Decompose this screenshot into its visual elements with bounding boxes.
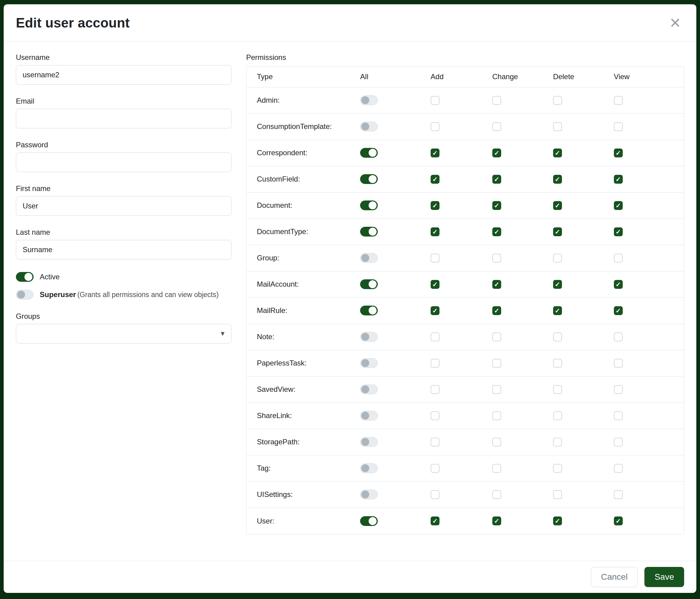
permission-change-checkbox[interactable] [492, 254, 501, 263]
permission-all-toggle[interactable] [360, 489, 378, 499]
permission-add-checkbox[interactable] [431, 490, 440, 499]
permission-delete-checkbox[interactable] [553, 359, 562, 368]
permission-add-checkbox[interactable] [431, 96, 440, 105]
permission-view-checkbox[interactable] [614, 96, 623, 105]
permission-all-toggle[interactable] [360, 358, 378, 368]
permission-view-checkbox[interactable]: ✓ [614, 517, 623, 525]
permission-all-toggle[interactable] [360, 174, 378, 184]
permission-delete-checkbox[interactable] [553, 333, 562, 341]
permission-all-toggle[interactable] [360, 437, 378, 447]
permission-delete-checkbox[interactable]: ✓ [553, 201, 562, 210]
permission-view-checkbox[interactable] [614, 438, 623, 447]
permission-all-toggle[interactable] [360, 306, 378, 315]
permission-add-checkbox[interactable]: ✓ [431, 175, 440, 184]
permission-all-toggle[interactable] [360, 516, 378, 526]
permission-add-checkbox[interactable] [431, 411, 440, 420]
close-button[interactable]: ✕ [667, 16, 683, 30]
permission-delete-checkbox[interactable] [553, 96, 562, 105]
permission-add-checkbox[interactable]: ✓ [431, 148, 440, 158]
permission-delete-checkbox[interactable] [553, 254, 562, 263]
permission-add-checkbox[interactable] [431, 254, 440, 263]
permission-delete-checkbox[interactable]: ✓ [553, 227, 562, 236]
permission-all-toggle[interactable] [360, 227, 378, 237]
save-button[interactable]: Save [644, 567, 684, 587]
permission-change-checkbox[interactable] [492, 122, 501, 131]
permission-change-checkbox[interactable]: ✓ [492, 306, 501, 315]
permission-view-checkbox[interactable]: ✓ [614, 280, 623, 289]
permission-add-checkbox[interactable]: ✓ [431, 201, 440, 210]
permission-row: PaperlessTask: [247, 350, 684, 377]
last-name-input[interactable] [16, 240, 231, 260]
permission-view-checkbox[interactable] [614, 490, 623, 499]
permission-all-toggle[interactable] [360, 463, 378, 473]
permission-change-checkbox[interactable] [492, 490, 501, 499]
permission-all-toggle[interactable] [360, 200, 378, 210]
permission-change-checkbox[interactable] [492, 464, 501, 473]
active-toggle[interactable] [16, 272, 33, 282]
permission-change-checkbox[interactable] [492, 438, 501, 447]
permission-all-toggle[interactable] [360, 332, 378, 342]
permission-change-checkbox[interactable]: ✓ [492, 175, 501, 184]
permission-delete-checkbox[interactable] [553, 385, 562, 394]
permission-view-checkbox[interactable] [614, 122, 623, 131]
permission-all-toggle[interactable] [360, 411, 378, 421]
last-name-label: Last name [16, 228, 231, 237]
permission-view-checkbox[interactable]: ✓ [614, 227, 623, 236]
permission-view-checkbox[interactable] [614, 359, 623, 368]
permission-change-checkbox[interactable]: ✓ [492, 227, 501, 236]
permission-view-checkbox[interactable]: ✓ [614, 201, 623, 210]
permission-view-checkbox[interactable] [614, 464, 623, 473]
permission-view-checkbox[interactable]: ✓ [614, 175, 623, 184]
permissions-table-header: Type All Add Change Delete View [247, 67, 684, 88]
permission-all-toggle[interactable] [360, 384, 378, 394]
permission-delete-checkbox[interactable]: ✓ [553, 280, 562, 289]
permission-change-checkbox[interactable]: ✓ [492, 148, 501, 158]
permission-add-checkbox[interactable] [431, 438, 440, 447]
email-field[interactable] [16, 109, 231, 128]
first-name-input[interactable] [16, 196, 231, 216]
permission-all-toggle[interactable] [360, 253, 378, 263]
permission-view-checkbox[interactable] [614, 385, 623, 394]
groups-select[interactable]: ▾ [16, 324, 231, 343]
permission-all-toggle[interactable] [360, 95, 378, 105]
permission-change-checkbox[interactable]: ✓ [492, 280, 501, 289]
permission-add-checkbox[interactable] [431, 464, 440, 473]
permission-change-checkbox[interactable] [492, 96, 501, 105]
permission-delete-checkbox[interactable]: ✓ [553, 306, 562, 315]
permission-add-checkbox[interactable]: ✓ [431, 280, 440, 289]
permission-change-checkbox[interactable] [492, 411, 501, 420]
password-field[interactable] [16, 152, 231, 172]
permission-change-checkbox[interactable] [492, 385, 501, 394]
permission-delete-checkbox[interactable] [553, 438, 562, 447]
permission-add-checkbox[interactable] [431, 359, 440, 368]
permission-delete-checkbox[interactable]: ✓ [553, 148, 562, 158]
permission-view-checkbox[interactable] [614, 411, 623, 420]
permission-add-checkbox[interactable]: ✓ [431, 306, 440, 315]
permission-view-checkbox[interactable]: ✓ [614, 148, 623, 158]
permission-add-checkbox[interactable] [431, 333, 440, 341]
cancel-button[interactable]: Cancel [591, 567, 638, 587]
permission-all-toggle[interactable] [360, 148, 378, 158]
permission-delete-checkbox[interactable] [553, 464, 562, 473]
permission-delete-checkbox[interactable] [553, 411, 562, 420]
groups-group: Groups ▾ [16, 312, 231, 343]
permission-change-checkbox[interactable]: ✓ [492, 517, 501, 525]
permission-add-checkbox[interactable]: ✓ [431, 227, 440, 236]
permission-delete-checkbox[interactable]: ✓ [553, 175, 562, 184]
permission-add-checkbox[interactable] [431, 122, 440, 131]
permission-delete-checkbox[interactable] [553, 122, 562, 131]
permission-all-toggle[interactable] [360, 122, 378, 131]
permission-add-checkbox[interactable] [431, 385, 440, 394]
permission-change-checkbox[interactable]: ✓ [492, 201, 501, 210]
permission-view-checkbox[interactable]: ✓ [614, 306, 623, 315]
permission-view-checkbox[interactable] [614, 254, 623, 263]
username-input[interactable] [16, 65, 231, 85]
permission-all-toggle[interactable] [360, 279, 378, 289]
permission-change-checkbox[interactable] [492, 359, 501, 368]
permission-add-checkbox[interactable]: ✓ [431, 517, 440, 525]
permission-delete-checkbox[interactable] [553, 490, 562, 499]
permission-delete-checkbox[interactable]: ✓ [553, 517, 562, 525]
permission-view-checkbox[interactable] [614, 333, 623, 341]
permission-change-checkbox[interactable] [492, 333, 501, 341]
superuser-toggle[interactable] [16, 290, 33, 300]
